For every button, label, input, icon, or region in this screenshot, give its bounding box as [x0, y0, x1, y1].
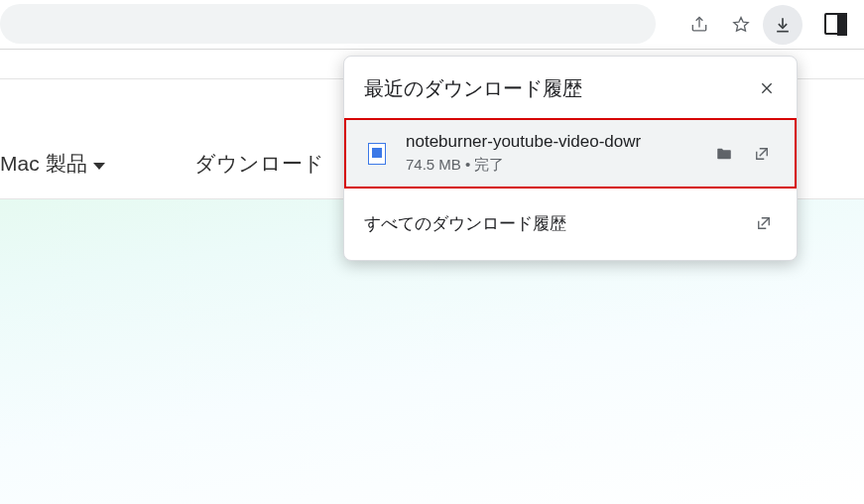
all-downloads-link[interactable]: すべてのダウンロード履歴: [364, 212, 566, 235]
address-bar[interactable]: [0, 4, 656, 44]
toolbar-icon-group: [679, 0, 802, 50]
download-item-text: noteburner-youtube-video-dowr 74.5 MB • …: [406, 132, 705, 175]
downloads-popup: 最近のダウンロード履歴 noteburner-youtube-video-dow…: [343, 56, 798, 261]
download-status: 74.5 MB • 完了: [406, 156, 705, 175]
nav-label: ダウンロード: [194, 150, 324, 178]
side-panel-icon[interactable]: [824, 13, 846, 35]
share-icon[interactable]: [679, 5, 719, 45]
show-in-folder-button[interactable]: [705, 135, 743, 173]
file-icon: [364, 141, 390, 167]
browser-toolbar: [0, 0, 864, 50]
downloads-popup-footer: すべてのダウンロード履歴: [344, 189, 797, 260]
star-icon[interactable]: [721, 5, 761, 45]
nav-label: Mac 製品: [0, 150, 87, 178]
nav-downloads[interactable]: ダウンロード: [194, 150, 324, 178]
open-external-icon: [755, 214, 773, 232]
nav-mac-products[interactable]: Mac 製品: [0, 150, 105, 178]
close-button[interactable]: [753, 74, 781, 102]
download-item[interactable]: noteburner-youtube-video-dowr 74.5 MB • …: [344, 118, 797, 189]
downloads-popup-header: 最近のダウンロード履歴: [344, 57, 797, 118]
close-icon: [759, 80, 775, 96]
downloads-popup-title: 最近のダウンロード履歴: [364, 75, 582, 102]
open-download-button[interactable]: [743, 135, 781, 173]
chevron-down-icon: [93, 163, 105, 170]
open-downloads-page-button[interactable]: [745, 204, 783, 242]
folder-icon: [715, 145, 733, 163]
open-external-icon: [753, 145, 771, 163]
downloads-toolbar-button[interactable]: [763, 5, 802, 45]
download-filename: noteburner-youtube-video-dowr: [406, 132, 705, 152]
